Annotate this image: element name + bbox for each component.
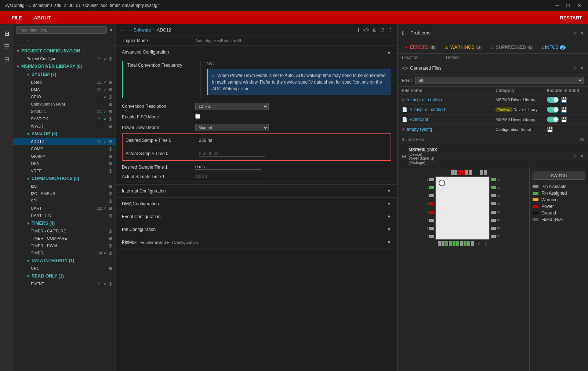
tree-forward-icon[interactable]: → bbox=[24, 38, 29, 44]
device-expand-icon[interactable]: ⤢ bbox=[573, 154, 577, 159]
advanced-config-header[interactable]: Advanced Configuration ▲ bbox=[116, 46, 397, 58]
gen-files-close-icon[interactable]: ✕ bbox=[580, 66, 584, 71]
pin-left-7-group: 7 bbox=[427, 227, 434, 230]
nav-icons: ℹ </> ⊞ ⏱ ⋮ bbox=[357, 27, 393, 33]
toggle-3[interactable] bbox=[547, 117, 559, 122]
tree-item-adc12[interactable]: ADC12 1/1 ✓ ⊕ bbox=[13, 138, 116, 145]
toggle-2[interactable] bbox=[547, 107, 559, 113]
nav-forward-btn[interactable]: → bbox=[127, 27, 131, 33]
suppressed-tab[interactable]: ⚠ SUPPRESSED 0 bbox=[487, 44, 536, 51]
tree-item-timer-pwm[interactable]: TIMER - PWM ⊕ bbox=[13, 242, 116, 249]
section-timers[interactable]: ▼ TIMERS (4) bbox=[13, 219, 116, 227]
save-icon-2[interactable]: 💾 bbox=[561, 107, 567, 113]
history-nav-icon[interactable]: ⏱ bbox=[380, 27, 385, 33]
file-name-3[interactable]: 📄 Event.dot bbox=[402, 117, 496, 122]
section-system[interactable]: ▼ SYSTEM (7) bbox=[13, 70, 116, 78]
rail-tree-icon[interactable]: ☰ bbox=[4, 40, 9, 53]
dma-config-header[interactable]: DMA Configuration ▼ bbox=[116, 198, 397, 210]
infos-tab[interactable]: ℹ INFOS 3 bbox=[539, 44, 569, 51]
file-name-2[interactable]: 📄 ti_msp_dl_config.h bbox=[402, 107, 496, 112]
save-icon-4[interactable]: 💾 bbox=[547, 126, 553, 132]
breadcrumb-software[interactable]: Software bbox=[134, 27, 151, 33]
conversion-res-row: Conversion Resolution 12-bits bbox=[122, 101, 391, 112]
problems-expand-icon[interactable]: ⤢ bbox=[573, 30, 577, 36]
gen-files-expand-icon[interactable]: ⤢ bbox=[573, 66, 577, 71]
section-analog[interactable]: ▼ ANALOG (5) bbox=[13, 130, 116, 138]
device-close-icon[interactable]: ✕ bbox=[580, 154, 584, 159]
nav-back-btn[interactable]: ← bbox=[120, 27, 125, 33]
tree-item-gpamp[interactable]: GPAMP ⊕ bbox=[13, 153, 116, 160]
file-name-1[interactable]: ⎘ ti_msp_dl_config.c bbox=[402, 97, 496, 102]
conversion-res-select[interactable]: 12-bits bbox=[195, 103, 269, 110]
interrupt-config-header[interactable]: Interrupt Configuration ▼ bbox=[116, 185, 397, 197]
tree-item-uart-lin[interactable]: UART - LIN ⊕ bbox=[13, 212, 116, 219]
minimize-btn[interactable]: ─ bbox=[553, 3, 562, 8]
code-nav-icon[interactable]: </> bbox=[363, 27, 369, 33]
tree-item-opa[interactable]: OPA ⊕ bbox=[13, 160, 116, 167]
pinmux-header[interactable]: PinMux Peripheral and Pin Configuration … bbox=[116, 236, 397, 249]
rail-home-icon[interactable]: ⊞ bbox=[4, 27, 9, 40]
tree-item-event[interactable]: EVENT 1/1 ✓ ⊕ bbox=[13, 280, 116, 287]
file-menu[interactable]: FILE bbox=[6, 15, 28, 21]
pin-config-header[interactable]: Pin Configuration ▼ bbox=[116, 223, 397, 236]
enable-fifo-value[interactable] bbox=[195, 114, 391, 120]
rail-grid-icon[interactable]: ⊟ bbox=[4, 53, 9, 66]
tree-item-comp[interactable]: COMP ⊕ bbox=[13, 145, 116, 153]
add-icon[interactable]: ⊕ bbox=[108, 56, 113, 62]
tree-item-sysctl[interactable]: SYSCTL 1/1 ✓ ⊕ bbox=[13, 108, 116, 115]
tree-item-crc[interactable]: CRC ⊕ bbox=[13, 265, 116, 272]
filter-input[interactable] bbox=[16, 26, 107, 34]
filter-select[interactable]: all bbox=[415, 77, 584, 84]
tree-item-timer-compare[interactable]: TIMER - COMPARE ⊕ bbox=[13, 235, 116, 242]
power-down-value[interactable]: Manual bbox=[195, 124, 391, 131]
section-data-integrity[interactable]: ▼ DATA INTEGRITY (1) bbox=[13, 257, 116, 265]
tree-item-i2c[interactable]: I2C ⊕ bbox=[13, 183, 116, 190]
section-communications[interactable]: ▼ COMMUNICATIONS (5) bbox=[13, 175, 116, 183]
toggle-1[interactable] bbox=[547, 97, 559, 103]
tree-item-wwdt[interactable]: WWDT ⊕ bbox=[13, 122, 116, 130]
tree-item-config-nvm[interactable]: Configuration NVM ⊕ bbox=[13, 100, 116, 108]
maximize-btn[interactable]: □ bbox=[565, 3, 572, 8]
tree-item-spi[interactable]: SPI ⊕ bbox=[13, 197, 116, 205]
restart-button[interactable]: RESTART bbox=[560, 15, 582, 21]
power-down-select[interactable]: Manual bbox=[195, 124, 269, 131]
location-col-header[interactable]: Location ↕ bbox=[402, 55, 446, 60]
desired-sample-1-input[interactable] bbox=[195, 164, 261, 170]
tree-back-icon[interactable]: ← bbox=[16, 38, 21, 44]
tree-item-timer-capture[interactable]: TIMER - CAPTURE ⊕ bbox=[13, 227, 116, 235]
conversion-res-value[interactable]: 12-bits bbox=[195, 103, 391, 110]
tree-item-dma[interactable]: DMA 1/1 ✓ ⊕ bbox=[13, 86, 116, 93]
device-nav-icon[interactable]: ⊞ bbox=[373, 27, 377, 33]
errors-tab[interactable]: ✕ ERRORS 0 bbox=[402, 44, 439, 51]
tree-close-icon[interactable]: ✕ bbox=[109, 27, 113, 33]
tree-item-board[interactable]: Board 1/1 ✓ ⊕ bbox=[13, 78, 116, 86]
tree-item-systick[interactable]: SYSTICK 1/1 ✓ ⊕ bbox=[13, 115, 116, 122]
more-nav-icon[interactable]: ⋮ bbox=[388, 27, 393, 33]
copy-icon[interactable]: ⧉ bbox=[580, 137, 584, 143]
save-icon-3[interactable]: 💾 bbox=[561, 117, 567, 122]
tree-item-i2c-smbus[interactable]: I2C - SMBUS ⊕ bbox=[13, 190, 116, 197]
device-panel-icon: ⊟ bbox=[402, 153, 406, 159]
tree-item-project-configur[interactable]: Project Configur... 1/1 ✓ ⊕ bbox=[13, 55, 116, 62]
enable-fifo-checkbox[interactable] bbox=[195, 114, 200, 119]
event-config-header[interactable]: Event Configuration ▼ bbox=[116, 210, 397, 223]
about-menu[interactable]: ABOUT bbox=[28, 15, 57, 21]
switch-button[interactable]: SWITCH bbox=[533, 172, 585, 180]
warnings-tab[interactable]: ⚠ WARNINGS 0 bbox=[442, 44, 484, 51]
suppressed-label: SUPPRESSED bbox=[496, 45, 526, 50]
close-window-btn[interactable]: ✕ bbox=[575, 3, 584, 8]
tree-item-vref[interactable]: VREF ⊕ bbox=[13, 167, 116, 175]
section-project-config[interactable]: ▼ PROJECT CONFIGURATION ... bbox=[13, 47, 116, 55]
tree-item-gpio[interactable]: GPIO 1 ✓ ⊕ bbox=[13, 93, 116, 100]
section-mspm0[interactable]: ▼ MSPM0 DRIVER LIBRARY (6) bbox=[13, 62, 116, 70]
file-name-4[interactable]: ⎘ empty.syscfg bbox=[402, 127, 496, 132]
breadcrumb-nav: ← → Software › ADC12 bbox=[120, 27, 171, 33]
save-icon-1[interactable]: 💾 bbox=[561, 97, 567, 103]
tree-item-timer[interactable]: TIMER 1/4 ✓ ⊕ bbox=[13, 249, 116, 257]
info-nav-icon[interactable]: ℹ bbox=[357, 27, 359, 33]
section-read-only[interactable]: ▼ READ-ONLY (1) bbox=[13, 272, 116, 280]
tree-item-uart[interactable]: UART 1/2 ✓ ⊕ bbox=[13, 205, 116, 212]
problems-close-icon[interactable]: ✕ bbox=[580, 30, 584, 36]
desired-sample-0-input[interactable] bbox=[199, 138, 265, 143]
advanced-config-title: Advanced Configuration bbox=[122, 49, 169, 55]
